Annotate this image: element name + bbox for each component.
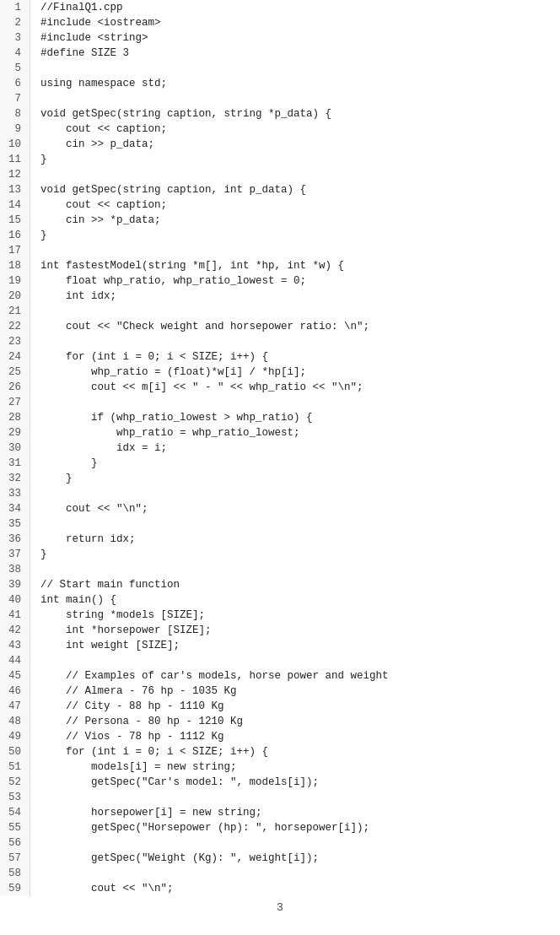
code-line: 3#include <string> <box>0 30 560 46</box>
line-number: 10 <box>0 137 30 152</box>
code-line: 26 cout << m[i] << " - " << whp_ratio <<… <box>0 380 560 395</box>
line-number: 1 <box>0 0 30 15</box>
code-line: 50 for (int i = 0; i < SIZE; i++) { <box>0 744 560 759</box>
line-number: 44 <box>0 653 30 668</box>
line-number: 27 <box>0 395 30 410</box>
line-number: 16 <box>0 228 30 243</box>
code-line: 2#include <iostream> <box>0 15 560 30</box>
code-line: 23 <box>0 334 560 349</box>
line-number: 33 <box>0 486 30 501</box>
code-line: 56 <box>0 835 560 851</box>
code-line: 19 float whp_ratio, whp_ratio_lowest = 0… <box>0 273 560 289</box>
code-line: 34 cout << "\n"; <box>0 501 560 516</box>
code-line: 30 idx = i; <box>0 440 560 456</box>
code-line: 15 cin >> *p_data; <box>0 213 560 228</box>
code-line: 24 for (int i = 0; i < SIZE; i++) { <box>0 349 560 365</box>
page-number: 3 <box>0 896 560 917</box>
line-content <box>30 334 560 349</box>
code-line: 27 <box>0 395 560 410</box>
code-area: 1//FinalQ1.cpp2#include <iostream>3#incl… <box>0 0 560 896</box>
line-number: 20 <box>0 289 30 304</box>
line-content: } <box>30 456 560 471</box>
line-content: cin >> p_data; <box>30 137 560 152</box>
line-number: 40 <box>0 592 30 608</box>
code-line: 13void getSpec(string caption, int p_dat… <box>0 182 560 197</box>
line-content: void getSpec(string caption, string *p_d… <box>30 106 560 122</box>
line-number: 39 <box>0 577 30 592</box>
line-number: 11 <box>0 152 30 167</box>
code-line: 25 whp_ratio = (float)*w[i] / *hp[i]; <box>0 365 560 380</box>
code-line: 48 // Persona - 80 hp - 1210 Kg <box>0 714 560 729</box>
code-line: 4#define SIZE 3 <box>0 46 560 61</box>
line-number: 32 <box>0 471 30 486</box>
line-content: models[i] = new string; <box>30 759 560 775</box>
line-content <box>30 61 560 76</box>
line-content: cin >> *p_data; <box>30 213 560 228</box>
code-line: 38 <box>0 562 560 577</box>
line-content <box>30 653 560 668</box>
line-content: // Examples of car's models, horse power… <box>30 668 560 684</box>
code-line: 52 getSpec("Car's model: ", models[i]); <box>0 775 560 790</box>
line-content <box>30 486 560 501</box>
code-line: 58 <box>0 866 560 881</box>
line-number: 45 <box>0 668 30 684</box>
line-number: 22 <box>0 319 30 334</box>
code-line: 14 cout << caption; <box>0 197 560 213</box>
line-content: horsepower[i] = new string; <box>30 805 560 820</box>
line-number: 34 <box>0 501 30 516</box>
line-content: int *horsepower [SIZE]; <box>30 623 560 638</box>
line-content: cout << "\n"; <box>30 501 560 516</box>
line-number: 17 <box>0 243 30 258</box>
line-content: int idx; <box>30 289 560 304</box>
line-number: 59 <box>0 881 30 896</box>
line-content <box>30 243 560 258</box>
line-number: 4 <box>0 46 30 61</box>
code-line: 17 <box>0 243 560 258</box>
code-line: 51 models[i] = new string; <box>0 759 560 775</box>
code-line: 1//FinalQ1.cpp <box>0 0 560 15</box>
line-content: void getSpec(string caption, int p_data)… <box>30 182 560 197</box>
line-content: #include <string> <box>30 30 560 46</box>
line-content <box>30 91 560 106</box>
line-number: 3 <box>0 30 30 46</box>
line-content: using namespace std; <box>30 76 560 91</box>
line-content: } <box>30 152 560 167</box>
line-number: 38 <box>0 562 30 577</box>
line-content <box>30 790 560 805</box>
line-number: 28 <box>0 410 30 425</box>
line-content: int main() { <box>30 592 560 608</box>
code-line: 57 getSpec("Weight (Kg): ", weight[i]); <box>0 851 560 866</box>
line-content <box>30 866 560 881</box>
line-content: return idx; <box>30 532 560 547</box>
code-line: 18int fastestModel(string *m[], int *hp,… <box>0 258 560 273</box>
line-content: #define SIZE 3 <box>30 46 560 61</box>
line-content: cout << m[i] << " - " << whp_ratio << "\… <box>30 380 560 395</box>
line-content <box>30 835 560 851</box>
line-number: 54 <box>0 805 30 820</box>
code-line: 33 <box>0 486 560 501</box>
line-number: 2 <box>0 15 30 30</box>
line-number: 50 <box>0 744 30 759</box>
code-line: 10 cin >> p_data; <box>0 137 560 152</box>
line-content: if (whp_ratio_lowest > whp_ratio) { <box>30 410 560 425</box>
code-line: 49 // Vios - 78 hp - 1112 Kg <box>0 729 560 744</box>
line-number: 8 <box>0 106 30 122</box>
code-line: 37} <box>0 547 560 562</box>
line-number: 37 <box>0 547 30 562</box>
code-line: 36 return idx; <box>0 532 560 547</box>
line-number: 35 <box>0 516 30 532</box>
code-line: 9 cout << caption; <box>0 122 560 137</box>
line-number: 52 <box>0 775 30 790</box>
line-content: getSpec("Weight (Kg): ", weight[i]); <box>30 851 560 866</box>
line-number: 18 <box>0 258 30 273</box>
line-content: } <box>30 547 560 562</box>
code-line: 42 int *horsepower [SIZE]; <box>0 623 560 638</box>
line-content: //FinalQ1.cpp <box>30 0 560 15</box>
line-number: 53 <box>0 790 30 805</box>
line-number: 26 <box>0 380 30 395</box>
line-content <box>30 395 560 410</box>
code-line: 44 <box>0 653 560 668</box>
line-content: } <box>30 471 560 486</box>
line-content <box>30 304 560 319</box>
line-number: 31 <box>0 456 30 471</box>
